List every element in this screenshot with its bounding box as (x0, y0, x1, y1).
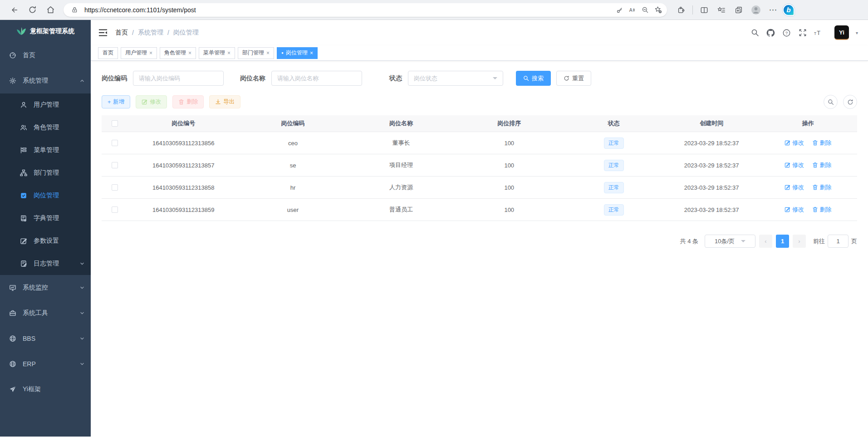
close-icon[interactable]: × (310, 50, 313, 56)
next-page-button[interactable]: › (793, 235, 806, 248)
sidebar-item-user-mgmt[interactable]: 用户管理 (0, 93, 91, 116)
export-button[interactable]: 导出 (209, 95, 240, 108)
back-icon[interactable] (6, 2, 22, 18)
row-delete-link[interactable]: 删除 (812, 206, 832, 214)
font-size-icon[interactable]: TT (814, 28, 823, 37)
tab-menu-mgmt[interactable]: 菜单管理 × (199, 47, 235, 59)
tab-user-mgmt[interactable]: 用户管理 × (121, 47, 157, 59)
lock-icon[interactable] (68, 4, 81, 16)
sidebar-item-system-tools[interactable]: 系统工具 (0, 300, 91, 326)
copilot-icon[interactable]: b (783, 4, 794, 16)
tab-home[interactable]: 首页 (98, 47, 118, 59)
reset-button[interactable]: 重置 (556, 71, 591, 86)
header-search-icon[interactable] (750, 28, 760, 37)
total-count: 共 4 条 (680, 237, 698, 246)
sidebar-item-system-monitor[interactable]: 系统监控 (0, 275, 91, 300)
page-1-button[interactable]: 1 (776, 235, 789, 248)
close-icon[interactable]: × (188, 50, 191, 56)
close-icon[interactable]: × (227, 50, 230, 56)
sidebar-item-bbs[interactable]: BBS (0, 326, 91, 351)
password-key-icon[interactable] (613, 4, 626, 16)
sidebar-item-yi-framework[interactable]: Yi框架 (0, 377, 91, 402)
row-edit-link[interactable]: 修改 (785, 139, 804, 147)
tab-dept-mgmt[interactable]: 部门管理 × (238, 47, 274, 59)
split-screen-icon[interactable] (696, 2, 712, 18)
goto-page-input[interactable] (828, 235, 848, 248)
home-icon[interactable] (43, 2, 58, 18)
modify-button[interactable]: 修改 (136, 95, 167, 108)
row-edit-link[interactable]: 修改 (785, 161, 804, 169)
pagination: 共 4 条 10条/页 ‹ 1 › 前往 页 (102, 235, 857, 248)
profile-avatar[interactable] (748, 2, 764, 18)
browser-action-icons: ⋯ b (673, 2, 794, 18)
sidebar-item-post-mgmt[interactable]: 岗位管理 (0, 184, 91, 207)
sidebar-item-label: 岗位管理 (34, 192, 59, 200)
row-checkbox[interactable] (112, 206, 118, 213)
post-code-label: 岗位编码 (102, 74, 127, 83)
search-button[interactable]: 搜索 (516, 71, 551, 86)
close-icon[interactable]: × (266, 50, 270, 56)
breadcrumb-home[interactable]: 首页 (115, 29, 128, 37)
sidebar-item-dept-mgmt[interactable]: 部门管理 (0, 162, 91, 184)
sidebar-item-role-mgmt[interactable]: 角色管理 (0, 116, 91, 139)
sidebar-item-param-settings[interactable]: 参数设置 (0, 230, 91, 252)
settings-menu-icon[interactable]: ⋯ (765, 2, 781, 18)
row-edit-link[interactable]: 修改 (785, 206, 804, 214)
sidebar-item-log-mgmt[interactable]: 日志管理 (0, 252, 91, 275)
select-all-checkbox[interactable] (112, 120, 118, 127)
address-bar[interactable]: https://ccnetcore.com:1101/system/post A (64, 3, 667, 17)
row-edit-link[interactable]: 修改 (785, 183, 804, 192)
status-select[interactable]: 岗位状态 (408, 71, 503, 86)
column-header: 岗位排序 (455, 119, 563, 128)
favorites-icon[interactable] (714, 2, 729, 18)
trash-icon (812, 140, 818, 146)
sidebar-item-dict-mgmt[interactable]: 字典管理 (0, 207, 91, 230)
row-checkbox[interactable] (112, 140, 118, 146)
hide-search-button[interactable] (824, 95, 838, 109)
breadcrumb-system[interactable]: 系统管理 (138, 29, 163, 37)
prev-page-button[interactable]: ‹ (759, 235, 772, 248)
chevron-down-icon (493, 77, 497, 79)
github-icon[interactable] (766, 28, 775, 37)
fullscreen-icon[interactable] (798, 28, 807, 37)
refresh-icon (847, 99, 853, 105)
tab-role-mgmt[interactable]: 角色管理 × (160, 47, 196, 59)
row-checkbox[interactable] (112, 162, 118, 168)
sidebar-item-home[interactable]: 首页 (0, 43, 91, 68)
sidebar-item-label: 字典管理 (34, 214, 59, 222)
table-header-row: 岗位编号 岗位编码 岗位名称 岗位排序 状态 创建时间 操作 (102, 115, 857, 132)
refresh-table-button[interactable] (843, 95, 857, 109)
refresh-icon (564, 75, 569, 81)
chevron-down-icon (80, 285, 84, 290)
extensions-icon[interactable] (673, 2, 689, 18)
add-button[interactable]: + 新增 (102, 95, 130, 108)
column-header: 岗位编码 (239, 119, 347, 128)
add-favorite-icon[interactable] (652, 4, 664, 16)
tab-post-mgmt[interactable]: ● 岗位管理 × (277, 47, 318, 59)
url-text[interactable]: https://ccnetcore.com:1101/system/post (84, 6, 613, 14)
row-delete-link[interactable]: 删除 (812, 139, 832, 147)
post-name-input[interactable] (271, 71, 362, 86)
page-size-select[interactable]: 10条/页 (705, 235, 755, 248)
sidebar-item-erp[interactable]: ERP (0, 351, 91, 377)
sidebar-toggle-icon[interactable] (98, 28, 108, 38)
row-checkbox[interactable] (112, 184, 118, 191)
collections-icon[interactable] (731, 2, 746, 18)
sidebar-item-system-mgmt[interactable]: 系统管理 (0, 68, 91, 93)
post-name-label: 岗位名称 (240, 74, 265, 83)
read-aloud-icon[interactable]: A (626, 4, 639, 16)
close-icon[interactable]: × (149, 50, 152, 56)
delete-button[interactable]: 删除 (172, 95, 204, 108)
row-delete-link[interactable]: 删除 (812, 161, 832, 169)
trash-icon (178, 99, 184, 105)
caret-down-icon[interactable]: ▾ (856, 30, 858, 35)
search-icon (828, 99, 834, 105)
sidebar-item-menu-mgmt[interactable]: 菜单管理 (0, 139, 91, 162)
user-avatar[interactable]: Yi (834, 25, 849, 40)
row-delete-link[interactable]: 删除 (812, 183, 832, 192)
plus-icon: + (108, 99, 111, 105)
post-code-input[interactable] (133, 71, 224, 86)
help-icon[interactable]: ? (782, 28, 791, 37)
zoom-out-icon[interactable] (639, 4, 652, 16)
refresh-icon[interactable] (25, 2, 40, 18)
